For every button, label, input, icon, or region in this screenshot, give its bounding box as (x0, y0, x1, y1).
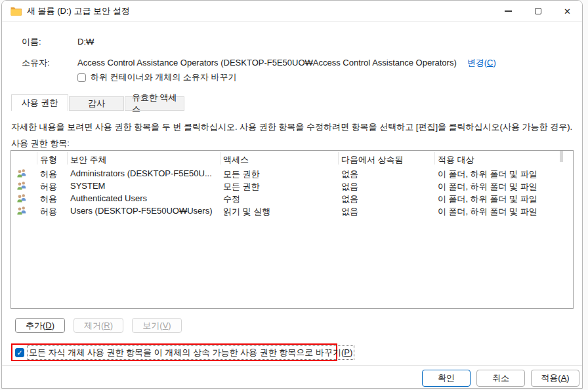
replace-owner-checkbox-row: 하위 컨테이너와 개체의 소유자 바꾸기 (77, 71, 236, 83)
name-label: 이름: (22, 36, 77, 48)
two-users-icon (16, 181, 27, 191)
footer-buttons: 확인 취소 적용(A) (422, 370, 579, 387)
minimize-button[interactable] (494, 1, 523, 22)
owner-value: Access Control Assistance Operators (DES… (77, 58, 457, 68)
tab-effective-access[interactable]: 유효한 액세스 (125, 96, 184, 111)
footer-divider (2, 365, 582, 366)
replace-child-permissions-checkbox[interactable]: ✓ (15, 348, 24, 357)
window-controls: ✕ (494, 1, 582, 22)
table-row[interactable]: 허용 Authenticated Users 수정 없음 이 폴더, 하위 폴더… (11, 192, 573, 205)
table-row[interactable]: 허용 SYSTEM 모든 권한 없음 이 폴더, 하위 폴더 및 파일 (11, 180, 573, 192)
ok-button[interactable]: 확인 (422, 370, 471, 387)
minimize-icon (505, 10, 512, 11)
col-header-principal[interactable]: 보안 주체 (70, 154, 107, 166)
two-users-icon (16, 193, 27, 203)
two-users-icon (16, 206, 27, 216)
description-text: 자세한 내용을 보려면 사용 권한 항목을 두 번 클릭하십시오. 사용 권한 … (11, 121, 573, 133)
col-header-applies-to[interactable]: 적용 대상 (438, 154, 474, 166)
replace-owner-checkbox[interactable] (77, 73, 86, 82)
owner-label: 소유자: (22, 57, 77, 69)
replace-owner-checkbox-label: 하위 컨테이너와 개체의 소유자 바꾸기 (91, 71, 236, 83)
column-divider (37, 152, 37, 165)
col-header-type[interactable]: 유형 (40, 154, 57, 166)
table-row[interactable]: 허용 Users (DESKTOP-F5E50UO₩Users) 읽기 및 실행… (11, 205, 573, 217)
highlight-annotation-box: ✓ 모든 자식 개체 사용 권한 항목을 이 개체의 상속 가능한 사용 권한 … (11, 343, 337, 361)
two-users-icon (16, 168, 27, 178)
remove-button[interactable]: 제거(R) (74, 318, 123, 333)
replace-child-permissions-label[interactable]: 모든 자식 개체 사용 권한 항목을 이 개체의 상속 가능한 사용 권한 항목… (27, 345, 354, 360)
titlebar: 새 볼륨 (D:) 고급 보안 설정 ✕ (2, 1, 582, 22)
col-header-inherited-from[interactable]: 다음에서 상속됨 (341, 154, 404, 166)
close-button[interactable]: ✕ (553, 1, 582, 22)
column-divider (434, 152, 435, 165)
tab-strip: 사용 권한 감사 유효한 액세스 (11, 94, 185, 111)
apply-button[interactable]: 적용(A) (531, 370, 579, 387)
advanced-security-settings-dialog: 새 볼륨 (D:) 고급 보안 설정 ✕ 이름:D:₩ 소유자:Access C… (1, 0, 583, 389)
window-title: 새 볼륨 (D:) 고급 보안 설정 (27, 5, 130, 17)
name-value: D:₩ (77, 37, 94, 47)
column-divider (67, 152, 68, 165)
cancel-button[interactable]: 취소 (476, 370, 525, 387)
column-divider (560, 151, 563, 162)
view-button[interactable]: 보기(V) (132, 318, 182, 333)
name-row: 이름:D:₩ (22, 36, 94, 48)
maximize-button[interactable] (523, 1, 553, 22)
tab-permissions[interactable]: 사용 권한 (11, 94, 68, 111)
table-header: 유형 보안 주체 액세스 다음에서 상속됨 적용 대상 (11, 151, 573, 166)
col-header-access[interactable]: 액세스 (223, 154, 249, 166)
column-divider (220, 152, 220, 165)
entry-actions: 추가(D) 제거(R) 보기(V) (15, 318, 182, 333)
maximize-icon (535, 8, 541, 14)
permission-entries-label: 사용 권한 항목: (11, 138, 70, 149)
close-icon: ✕ (564, 7, 571, 16)
table-row[interactable]: 허용 Administrators (DESKTOP-F5E50U... 모든 … (11, 167, 573, 180)
folder-icon (10, 7, 22, 16)
column-divider (338, 152, 339, 165)
add-button[interactable]: 추가(D) (15, 318, 65, 333)
tab-audit[interactable]: 감사 (69, 96, 124, 111)
owner-row: 소유자:Access Control Assistance Operators … (22, 57, 496, 69)
permission-entries-table[interactable]: 유형 보안 주체 액세스 다음에서 상속됨 적용 대상 허용 Administr… (10, 150, 574, 309)
change-owner-link[interactable]: 변경(C) (467, 58, 496, 68)
